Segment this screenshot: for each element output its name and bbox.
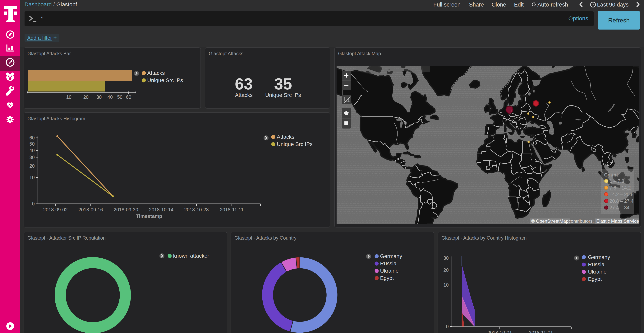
svg-text:known attacker: known attacker	[173, 253, 209, 259]
svg-text:Attacks: Attacks	[147, 70, 165, 76]
svg-text:2018-10-28: 2018-10-28	[184, 207, 209, 212]
svg-text:2018-11-11: 2018-11-11	[220, 207, 244, 212]
svg-text:60: 60	[126, 94, 131, 100]
svg-text:Germany: Germany	[380, 253, 402, 259]
svg-text:2018-10-01: 2018-10-01	[488, 330, 512, 333]
svg-text:20.8 – 27.4: 20.8 – 27.4	[610, 198, 634, 204]
svg-text:Russia: Russia	[588, 261, 604, 267]
svg-text:30: 30	[29, 155, 35, 160]
svg-text:Egypt: Egypt	[380, 275, 394, 281]
svg-text:Elastic Maps Service: Elastic Maps Service	[596, 218, 639, 224]
svg-text:Germany: Germany	[588, 254, 610, 260]
svg-text:Unique Src IPs: Unique Src IPs	[277, 141, 312, 147]
svg-text:Ukraine: Ukraine	[380, 268, 398, 274]
svg-text:1 – 7.6: 1 – 7.6	[610, 178, 624, 184]
svg-text:7.6 – 14.2: 7.6 – 14.2	[610, 185, 631, 190]
svg-text:30: 30	[96, 94, 102, 100]
svg-text:Attacks: Attacks	[277, 134, 294, 140]
svg-text:2018-11-01: 2018-11-01	[529, 330, 553, 333]
svg-text:27.4 – 34: 27.4 – 34	[610, 205, 630, 210]
svg-text:2018-09-30: 2018-09-30	[114, 207, 138, 212]
svg-text:14.2 – 20.8: 14.2 – 20.8	[610, 192, 634, 197]
svg-text:20: 20	[83, 94, 88, 100]
svg-text:20: 20	[443, 267, 449, 273]
svg-text:50: 50	[117, 94, 122, 100]
svg-text:2018-09-02: 2018-09-02	[43, 207, 68, 212]
svg-text:10: 10	[66, 94, 72, 100]
svg-text:50: 50	[29, 141, 35, 147]
svg-text:Ukraine: Ukraine	[588, 269, 606, 275]
svg-text:contributors,: contributors,	[568, 218, 594, 224]
svg-text:40: 40	[107, 94, 113, 100]
svg-text:Unique Src IPs: Unique Src IPs	[147, 77, 183, 83]
svg-text:Count: Count	[604, 172, 618, 177]
svg-text:10: 10	[29, 175, 35, 180]
svg-text:60: 60	[29, 135, 35, 140]
svg-text:10: 10	[443, 282, 449, 287]
svg-text:Russia: Russia	[380, 260, 396, 266]
svg-text:20: 20	[29, 163, 35, 169]
svg-text:Egypt: Egypt	[588, 276, 602, 282]
svg-text:0: 0	[32, 201, 35, 206]
svg-text:40: 40	[29, 148, 35, 153]
svg-text:2018-09-16: 2018-09-16	[78, 207, 103, 212]
svg-text:0: 0	[446, 324, 449, 329]
svg-text:© OpenStreetMap: © OpenStreetMap	[531, 218, 568, 224]
svg-text:30: 30	[443, 255, 449, 261]
svg-text:Timestamp: Timestamp	[136, 213, 162, 219]
svg-text:2018-10-14: 2018-10-14	[149, 207, 174, 212]
